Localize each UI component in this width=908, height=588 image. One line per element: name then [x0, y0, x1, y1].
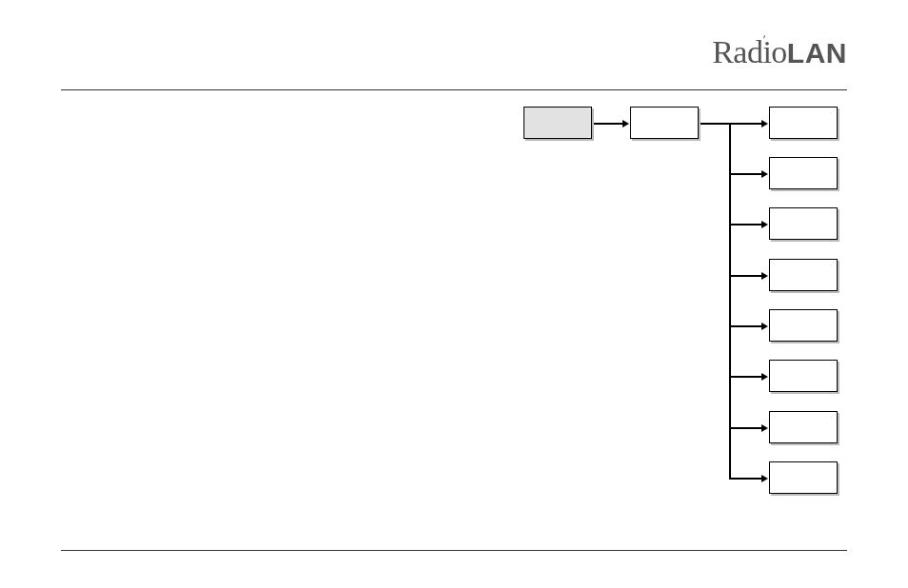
leaf-box	[769, 157, 838, 189]
arrow-right-icon	[761, 120, 768, 127]
bus-line	[729, 123, 731, 478]
arrow-right-icon	[761, 424, 768, 432]
leaf-box	[769, 309, 838, 342]
level2-box	[630, 107, 699, 139]
leaf-box	[769, 411, 838, 443]
brand-logo: ′ RadioLAN	[712, 34, 847, 70]
leaf-box	[769, 461, 838, 494]
connector	[729, 123, 761, 125]
connector	[729, 275, 761, 277]
leaf-box	[769, 207, 838, 240]
arrow-right-icon	[761, 323, 768, 330]
root-box	[523, 107, 592, 139]
connector	[701, 123, 729, 125]
logo-part1: Radio	[712, 34, 787, 69]
leaf-box	[769, 259, 838, 291]
arrow-right-icon	[761, 475, 768, 482]
arrow-right-icon	[761, 170, 768, 178]
arrow-right-icon	[622, 120, 629, 127]
connector	[729, 224, 761, 225]
page: ′ RadioLAN	[0, 0, 908, 588]
leaf-box	[769, 107, 838, 139]
top-divider	[61, 89, 847, 90]
connector	[594, 123, 622, 125]
arrow-right-icon	[761, 272, 768, 280]
connector	[729, 376, 761, 378]
logo-part2: LAN	[787, 37, 847, 69]
connector	[729, 427, 761, 429]
arrow-right-icon	[761, 221, 768, 228]
connector	[729, 325, 761, 327]
flowchart	[504, 107, 857, 525]
leaf-box	[769, 360, 838, 392]
connector	[729, 173, 761, 175]
arrow-right-icon	[761, 373, 768, 381]
connector	[729, 478, 761, 480]
bottom-divider	[61, 550, 847, 551]
